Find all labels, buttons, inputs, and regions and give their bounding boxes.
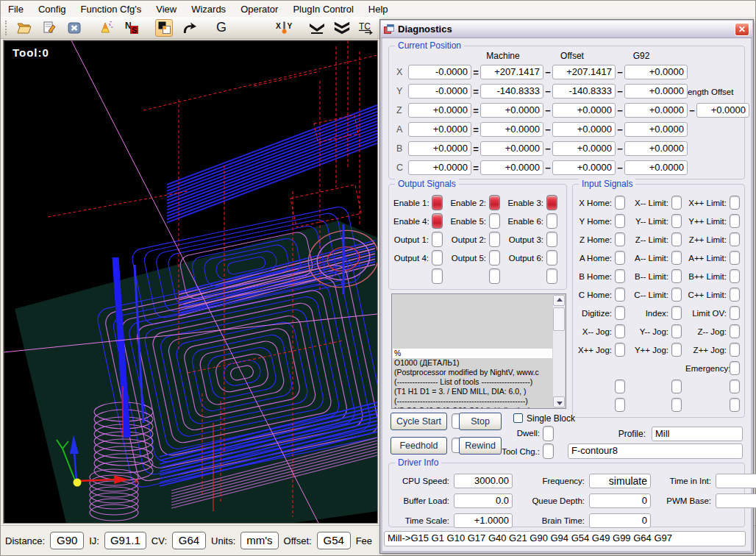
y-minus-limit-led: [671, 214, 682, 228]
output-signal-label: Output 5:: [448, 254, 486, 263]
toolbar-grip[interactable]: [5, 21, 7, 35]
z-current-box[interactable]: +0.0000: [408, 103, 471, 118]
x-g92-box[interactable]: +0.0000: [624, 65, 688, 79]
gcode-line[interactable]: (---------------------------------------…: [393, 396, 552, 406]
z-g92-box[interactable]: +0.0000: [624, 103, 688, 118]
tool-change-button[interactable]: TC: [358, 19, 376, 37]
input-signal-label: Z-- Jog:: [685, 327, 727, 336]
c-current-box[interactable]: +0.0000: [408, 160, 471, 175]
cpu-speed-box[interactable]: 3000.00: [454, 474, 513, 488]
gcode-line[interactable]: (T1 H1 D1 = 3. / END MILL, DIA: 6.0, ): [393, 387, 552, 396]
position-row-a: A +0.0000 = +0.0000 − +0.0000 − +0.0000: [396, 122, 688, 137]
axis-label: Z: [396, 105, 408, 115]
queue-depth-box[interactable]: 0: [589, 493, 651, 508]
menu-help[interactable]: Help: [361, 2, 396, 16]
limit-ov-led: [730, 306, 740, 320]
a-g92-box[interactable]: +0.0000: [624, 122, 688, 137]
buffer-load-box[interactable]: 0.0: [454, 493, 513, 508]
menu-config[interactable]: Config: [31, 2, 74, 16]
gcode-line[interactable]: (---------------- List of tools --------…: [393, 377, 552, 387]
cpu-speed-label: CPU Speed:: [396, 477, 449, 485]
probe-xy-button[interactable]: X Y: [276, 19, 293, 37]
a-current-box[interactable]: +0.0000: [408, 122, 471, 137]
input-signal-label: Z++ Jog:: [685, 346, 727, 354]
b-machine-box[interactable]: +0.0000: [480, 141, 543, 156]
scroll-up-button[interactable]: [553, 295, 565, 306]
z-machine-box[interactable]: +0.0000: [480, 103, 543, 118]
menu-plugin-control[interactable]: PlugIn Control: [285, 2, 360, 16]
b-offset-box[interactable]: +0.0000: [552, 141, 616, 156]
loaded-file-box[interactable]: F-contour8: [568, 443, 743, 459]
single-block-checkbox[interactable]: [513, 413, 523, 423]
a-machine-box[interactable]: +0.0000: [480, 122, 543, 137]
profile-value-box[interactable]: Mill: [652, 427, 743, 441]
active-modes-box[interactable]: Mill->G15 G1 G10 G17 G40 G21 G90 G94 G54…: [384, 531, 746, 546]
input-signal-label: Y++ Limit:: [685, 217, 727, 226]
a-home-led: [615, 251, 625, 265]
a-offset-box[interactable]: +0.0000: [552, 122, 616, 137]
minus-sign: −: [688, 105, 696, 116]
cycle-start-button[interactable]: Cycle Start: [391, 413, 447, 430]
pwm-base-box[interactable]: 7: [716, 493, 756, 508]
gcode-line[interactable]: N5 G0 G40 G49 G80 G94 (initialization): [393, 406, 552, 409]
minus-sign: −: [616, 67, 624, 78]
brain-time-box[interactable]: 0: [589, 513, 651, 528]
menu-wizards[interactable]: Wizards: [184, 2, 233, 16]
toolpath-viewport[interactable]: Tool:0 x: [3, 40, 378, 524]
stop-button[interactable]: Stop: [459, 413, 502, 430]
menu-operator[interactable]: Operator: [233, 2, 285, 16]
z-offset-box[interactable]: +0.0000: [552, 103, 616, 118]
x-machine-box[interactable]: +207.1417: [480, 65, 543, 79]
c-home-led: [615, 288, 625, 302]
frequency-box[interactable]: simulate: [589, 474, 651, 488]
y-g92-box[interactable]: +0.0000: [624, 84, 688, 99]
goto-z-button[interactable]: [308, 19, 326, 37]
y-machine-box[interactable]: -140.8333: [480, 84, 543, 99]
buffer-load-label: Buffer Load:: [396, 496, 449, 505]
scroll-thumb[interactable]: [553, 307, 565, 331]
time-scale-box[interactable]: +1.0000: [454, 513, 513, 528]
b-current-box[interactable]: +0.0000: [408, 141, 471, 156]
display-mode-button[interactable]: [155, 19, 173, 37]
input-signal-label: Y-- Limit:: [629, 217, 668, 226]
close-file-button[interactable]: [65, 19, 83, 37]
menu-file[interactable]: File: [1, 2, 31, 16]
toolpath-drawing: x: [4, 40, 377, 523]
feedhold-button[interactable]: Feedhold: [391, 437, 447, 455]
offset-value: G54: [317, 532, 351, 549]
edit-gcode-button[interactable]: [40, 19, 58, 37]
gcode-scrollbar[interactable]: [553, 295, 565, 407]
minus-sign: −: [543, 105, 552, 116]
x-current-box[interactable]: -0.0000: [408, 65, 471, 79]
feed-label-clipped: Fee: [356, 535, 372, 546]
ns-plugin-button[interactable]: N S: [123, 19, 140, 37]
input-signals-legend: Input Signals: [579, 179, 635, 189]
gcode-listbox[interactable]: % O1000 (ДЕТАЛЬ1) (Postprocessor modifie…: [391, 293, 566, 409]
minus-sign: −: [543, 67, 552, 78]
x-offset-box[interactable]: +207.1417: [552, 65, 616, 79]
dialog-title-bar[interactable]: Diagnostics ✕: [381, 21, 752, 38]
b-g92-box[interactable]: +0.0000: [624, 141, 688, 156]
c-offset-box[interactable]: +0.0000: [552, 160, 616, 175]
input-signal-label: Y-- Jog:: [629, 327, 668, 336]
y-offset-box[interactable]: -140.8333: [552, 84, 616, 99]
scroll-down-button[interactable]: [553, 396, 565, 407]
menu-function-cfgs[interactable]: Function Cfg's: [74, 2, 149, 16]
regen-toolpath-button[interactable]: [180, 19, 198, 37]
open-file-button[interactable]: [15, 19, 33, 37]
menu-view[interactable]: View: [149, 2, 184, 16]
gcode-line[interactable]: (Postprocessor modified by NightV, www.c: [393, 368, 552, 377]
y-current-box[interactable]: -0.0000: [408, 84, 471, 99]
gcode-view-button[interactable]: G: [213, 19, 230, 37]
close-button[interactable]: ✕: [735, 23, 749, 36]
gcode-line[interactable]: %: [393, 349, 552, 358]
z-length-offset-box[interactable]: +0.0000: [696, 103, 749, 118]
goto-zs-button[interactable]: [333, 19, 351, 37]
c-g92-box[interactable]: +0.0000: [624, 160, 688, 175]
minus-sign: −: [616, 105, 624, 116]
time-in-int-box[interactable]: 0.0: [716, 474, 756, 488]
gcode-line[interactable]: O1000 (ДЕТАЛЬ1): [393, 358, 552, 368]
wizard-button[interactable]: [98, 19, 115, 37]
a-minus-limit-led: [671, 251, 682, 265]
c-machine-box[interactable]: +0.0000: [480, 160, 543, 175]
